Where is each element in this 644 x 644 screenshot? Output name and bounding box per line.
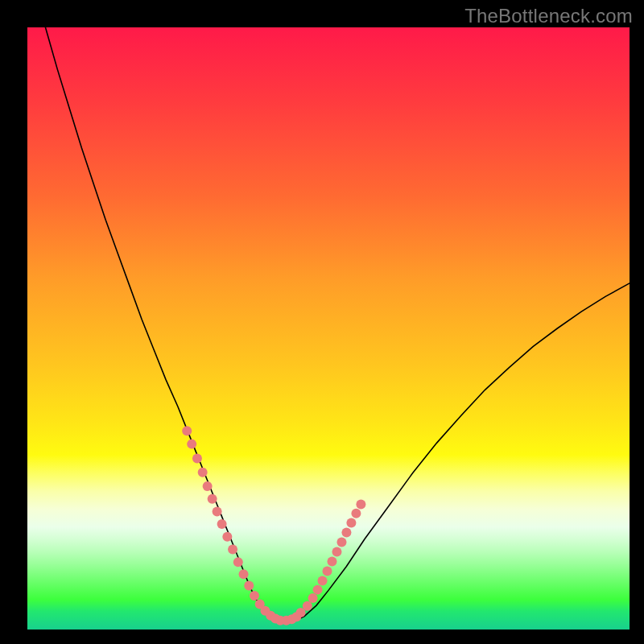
marker-bead (228, 545, 237, 555)
marker-bead (213, 506, 222, 516)
marker-bead (182, 426, 192, 436)
marker-bead (346, 518, 356, 528)
marker-bead (239, 569, 249, 579)
marker-bead (217, 519, 227, 529)
watermark-text: TheBottleneck.com (464, 5, 633, 27)
marker-bead (327, 556, 336, 566)
marker-bead (303, 601, 312, 611)
marker-bead (187, 440, 196, 449)
marker-bead (323, 566, 332, 576)
marker-group (182, 426, 365, 625)
marker-bead (233, 557, 243, 567)
marker-bead (244, 580, 254, 590)
marker-bead (318, 576, 328, 585)
bottleneck-curve (45, 27, 630, 622)
marker-bead (208, 494, 217, 504)
marker-bead (356, 499, 365, 509)
marker-bead (332, 547, 341, 557)
marker-bead (198, 468, 208, 477)
marker-bead (336, 538, 346, 547)
marker-bead (351, 509, 361, 518)
marker-bead (192, 454, 202, 464)
marker-bead (313, 585, 323, 595)
marker-bead (203, 481, 213, 491)
marker-bead (308, 593, 318, 603)
plot-area (27, 27, 630, 630)
marker-bead (250, 591, 259, 601)
marker-bead (222, 532, 232, 542)
marker-bead (341, 528, 351, 538)
chart-frame: TheBottleneck.com (0, 0, 644, 644)
chart-svg (27, 27, 630, 630)
